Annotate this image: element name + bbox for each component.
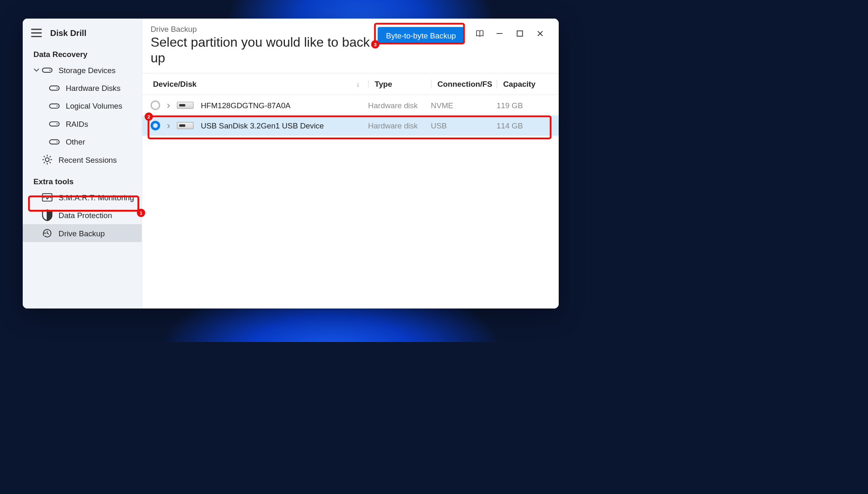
sidebar-item-label: Drive Backup xyxy=(59,229,105,238)
sidebar-item-label: Storage Devices xyxy=(59,66,116,75)
help-icon[interactable] xyxy=(470,26,489,41)
svg-rect-0 xyxy=(43,68,52,72)
device-connection: NVME xyxy=(431,101,496,110)
sidebar-item-label: Logical Volumes xyxy=(66,101,122,110)
chevron-right-icon[interactable] xyxy=(166,101,172,110)
disk-icon xyxy=(177,102,194,109)
sidebar-item-storage-devices[interactable]: Storage Devices xyxy=(23,61,142,79)
shield-icon xyxy=(42,210,52,221)
sidebar-item-label: Hardware Disks xyxy=(66,83,121,93)
breadcrumb: Drive Backup xyxy=(151,24,378,33)
sidebar-item-smart[interactable]: S.M.A.R.T. Monitoring xyxy=(23,188,142,206)
app-name: Disk Drill xyxy=(50,28,87,38)
activity-icon xyxy=(42,192,52,203)
device-capacity: 114 GB xyxy=(496,121,550,130)
byte-to-byte-backup-button[interactable]: Byte-to-byte Backup xyxy=(377,27,464,44)
menu-icon[interactable] xyxy=(31,29,42,37)
column-type[interactable]: Type xyxy=(368,80,431,89)
device-capacity: 119 GB xyxy=(496,101,550,110)
device-type: Hardware disk xyxy=(368,101,431,110)
sidebar-item-logical-volumes[interactable]: Logical Volumes xyxy=(23,97,142,115)
svg-point-3 xyxy=(57,88,58,89)
drive-icon xyxy=(49,83,60,93)
page-title: Select partition you would like to back … xyxy=(151,35,378,66)
sidebar-item-label: Other xyxy=(66,137,85,146)
device-connection: USB xyxy=(431,121,496,130)
device-type: Hardware disk xyxy=(368,121,431,130)
svg-rect-6 xyxy=(50,121,59,126)
history-icon xyxy=(42,228,52,238)
sidebar: Disk Drill Data Recovery Storage Devices… xyxy=(23,19,142,309)
column-connection[interactable]: Connection/FS xyxy=(431,80,496,89)
radio-unselected[interactable] xyxy=(151,100,160,110)
chevron-down-icon xyxy=(33,67,39,73)
svg-point-5 xyxy=(57,105,58,107)
svg-point-10 xyxy=(45,158,49,162)
sidebar-item-raids[interactable]: RAIDs xyxy=(23,115,142,133)
column-label: Device/Disk xyxy=(153,80,197,89)
sort-down-icon: ↓ xyxy=(356,80,360,88)
sidebar-item-recent-sessions[interactable]: Recent Sessions xyxy=(23,151,142,169)
sidebar-item-label: S.M.A.R.T. Monitoring xyxy=(59,193,134,202)
sidebar-item-drive-backup[interactable]: Drive Backup xyxy=(23,224,142,242)
sidebar-section-data-recovery: Data Recovery xyxy=(23,45,142,61)
column-capacity[interactable]: Capacity xyxy=(496,80,550,89)
svg-rect-2 xyxy=(50,86,59,90)
close-button[interactable] xyxy=(530,26,550,41)
svg-point-9 xyxy=(57,141,58,142)
disk-icon xyxy=(177,122,194,129)
svg-rect-8 xyxy=(50,140,59,144)
svg-rect-12 xyxy=(517,31,522,36)
main-panel: Drive Backup Select partition you would … xyxy=(142,19,559,309)
device-name: USB SanDisk 3.2Gen1 USB Device xyxy=(201,121,368,130)
app-window: Disk Drill Data Recovery Storage Devices… xyxy=(23,19,559,309)
annotation-badge-2: 2 xyxy=(145,112,153,121)
table-header: Device/Disk ↓ Type Connection/FS Capacit… xyxy=(142,74,559,95)
sidebar-section-extra-tools: Extra tools xyxy=(23,172,142,188)
annotation-badge-3: 3 xyxy=(371,40,379,48)
table-row[interactable]: HFM128GDGTNG-87A0A Hardware disk NVME 11… xyxy=(142,95,559,115)
table-row[interactable]: USB SanDisk 3.2Gen1 USB Device Hardware … xyxy=(142,115,559,135)
sidebar-item-other[interactable]: Other xyxy=(23,133,142,150)
sidebar-item-label: RAIDs xyxy=(66,119,88,128)
device-name: HFM128GDGTNG-87A0A xyxy=(201,101,368,110)
sidebar-header: Disk Drill xyxy=(23,24,142,45)
window-controls xyxy=(470,26,550,41)
gear-icon xyxy=(42,154,52,165)
sidebar-item-data-protection[interactable]: Data Protection xyxy=(23,206,142,224)
maximize-button[interactable] xyxy=(510,26,530,41)
minimize-button[interactable] xyxy=(489,26,510,41)
titlebar: Drive Backup Select partition you would … xyxy=(142,19,559,74)
radio-selected[interactable] xyxy=(151,121,160,130)
annotation-badge-1: 1 xyxy=(137,209,145,217)
column-device[interactable]: Device/Disk ↓ xyxy=(151,80,368,89)
sidebar-item-label: Recent Sessions xyxy=(59,155,117,164)
drive-icon xyxy=(49,100,60,111)
sidebar-item-label: Data Protection xyxy=(59,211,112,220)
drive-icon xyxy=(42,64,52,75)
svg-point-1 xyxy=(50,69,51,71)
drive-icon xyxy=(49,119,60,129)
svg-rect-4 xyxy=(50,104,59,108)
svg-point-7 xyxy=(57,123,58,124)
chevron-right-icon[interactable] xyxy=(166,121,172,130)
sidebar-item-hardware-disks[interactable]: Hardware Disks xyxy=(23,79,142,97)
drive-icon xyxy=(49,136,60,147)
